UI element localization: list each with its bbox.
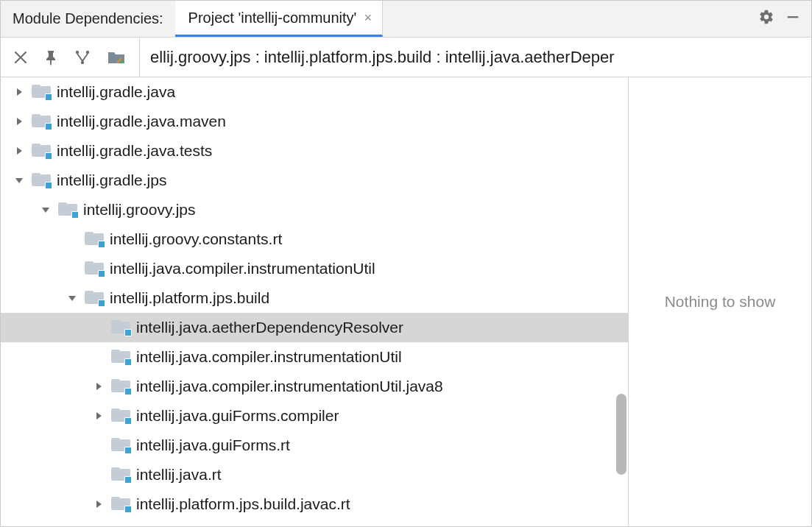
svg-point-3 [81, 60, 84, 63]
tree-row[interactable]: intellij.platform.jps.build.javac.rt [1, 489, 628, 519]
expand-arrow-icon[interactable] [11, 113, 27, 130]
arrow-spacer [91, 349, 107, 365]
tree-row[interactable]: intellij.platform.jps.build [1, 283, 628, 313]
tree-row[interactable]: intellij.java.compiler.instrumentationUt… [1, 342, 628, 372]
tree-label: intellij.platform.jps.build.javac.rt [136, 495, 350, 513]
arrow-spacer [91, 467, 107, 483]
module-folder-icon [32, 144, 51, 158]
expand-arrow-icon[interactable] [91, 378, 107, 395]
minimize-icon[interactable] [785, 9, 801, 29]
merge-icon[interactable] [74, 49, 91, 66]
close-icon[interactable]: × [364, 10, 372, 26]
module-tree[interactable]: intellij.gradle.javaintellij.gradle.java… [1, 77, 628, 526]
module-folder-icon [111, 320, 130, 335]
expand-arrow-icon[interactable] [64, 290, 80, 306]
gear-icon[interactable] [758, 9, 774, 29]
tree-label: intellij.java.aetherDependencyResolver [136, 319, 403, 336]
tree-row[interactable]: intellij.groovy.jps [1, 195, 628, 224]
tree-label: intellij.gradle.java.tests [57, 142, 212, 160]
tree-label: intellij.java.compiler.instrumentationUt… [136, 378, 443, 395]
tree-label: intellij.groovy.jps [83, 201, 196, 219]
module-folder-icon [111, 379, 130, 394]
expand-arrow-icon[interactable] [91, 408, 107, 424]
breadcrumb-path: ellij.groovy.jps : intellij.platform.jps… [139, 38, 811, 77]
tree-label: intellij.platform.jps.build [110, 289, 269, 307]
expand-arrow-icon[interactable] [11, 143, 27, 159]
tab-label: Project 'intellij-community' [188, 10, 357, 26]
expand-arrow-icon[interactable] [91, 496, 107, 512]
expand-arrow-icon[interactable] [11, 172, 27, 188]
svg-point-2 [86, 50, 89, 53]
module-folder-icon [111, 497, 130, 512]
tree-row[interactable]: intellij.java.aetherDependencyResolver [1, 313, 628, 342]
tree-label: intellij.java.guiForms.rt [136, 436, 290, 454]
module-folder-icon [58, 202, 77, 217]
panel-title: Module Dependencies: [1, 1, 175, 37]
tree-row[interactable]: intellij.java.rt [1, 460, 628, 489]
header: Module Dependencies: Project 'intellij-c… [1, 1, 811, 38]
module-folder-icon [85, 291, 104, 305]
module-folder-icon [111, 467, 130, 482]
tree-label: intellij.java.rt [136, 466, 222, 484]
tree-label: intellij.java.compiler.instrumentationUt… [136, 348, 402, 366]
svg-point-1 [76, 50, 79, 53]
arrow-spacer [64, 231, 80, 247]
arrow-spacer [91, 437, 107, 453]
arrow-spacer [64, 261, 80, 277]
module-folder-icon [32, 173, 51, 188]
tree-row[interactable]: intellij.gradle.java.maven [1, 107, 628, 136]
tree-pane: intellij.gradle.javaintellij.gradle.java… [1, 77, 629, 526]
arrow-spacer [91, 319, 107, 336]
tree-row[interactable]: intellij.java.compiler.instrumentationUt… [1, 254, 628, 283]
tree-row[interactable]: intellij.java.guiForms.compiler [1, 401, 628, 431]
tree-label: intellij.java.compiler.instrumentationUt… [110, 260, 375, 277]
module-folder-icon [85, 261, 104, 276]
tree-row[interactable]: intellij.java.guiForms.rt [1, 431, 628, 460]
tree-label: intellij.gradle.jps [57, 171, 166, 189]
scrollbar-thumb[interactable] [616, 394, 626, 475]
tree-row[interactable]: intellij.gradle.java.tests [1, 136, 628, 166]
svg-rect-0 [788, 16, 799, 18]
tree-label: intellij.groovy.constants.rt [110, 230, 282, 248]
expand-arrow-icon[interactable] [38, 202, 54, 218]
toolbar: ellij.groovy.jps : intellij.platform.jps… [1, 38, 811, 77]
tree-label: intellij.gradle.java.maven [57, 113, 226, 130]
tab-project[interactable]: Project 'intellij-community' × [175, 1, 383, 37]
module-folder-icon [85, 232, 104, 247]
module-folder-icon [32, 85, 51, 99]
tree-row[interactable]: intellij.gradle.java [1, 77, 628, 107]
module-folder-icon [111, 350, 130, 364]
tree-label: intellij.gradle.java [57, 83, 175, 101]
module-folder-icon [111, 438, 130, 453]
close-tool-icon[interactable] [14, 51, 27, 64]
module-folder-icon [111, 408, 130, 423]
folder-nav-icon[interactable] [107, 49, 126, 66]
tree-row[interactable]: intellij.gradle.jps [1, 166, 628, 195]
module-folder-icon [32, 114, 51, 129]
detail-pane: Nothing to show [629, 77, 811, 526]
tree-label: intellij.java.guiForms.compiler [136, 407, 339, 425]
header-tools [748, 1, 811, 37]
tree-row[interactable]: intellij.java.compiler.instrumentationUt… [1, 372, 628, 401]
detail-placeholder: Nothing to show [665, 293, 776, 311]
pushpin-icon[interactable] [43, 49, 58, 66]
tree-row[interactable]: intellij.groovy.constants.rt [1, 224, 628, 254]
expand-arrow-icon[interactable] [11, 84, 27, 100]
